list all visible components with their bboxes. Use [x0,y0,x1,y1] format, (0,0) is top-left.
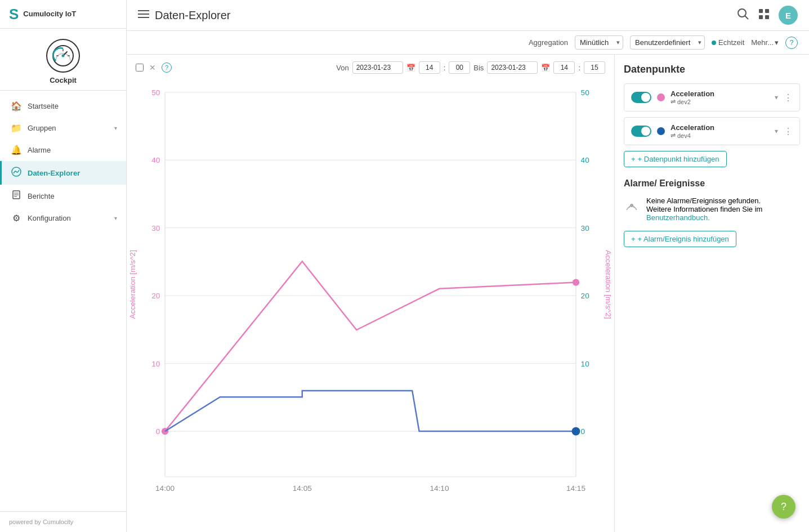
time-colon-1: : [444,64,446,72]
folder-icon: 📁 [11,123,22,133]
dp2-device-label: dev4 [677,132,691,139]
alarm-not-found-text: Keine Alarme/Ereignisse gefunden. [646,196,800,205]
benutzerdefiniert-select[interactable]: Benutzerdefiniert [630,35,705,50]
dp1-menu-icon[interactable]: ⋮ [784,92,793,103]
datapoint-item-2: Acceleration ⇌ dev4 ▾ ⋮ [624,117,800,145]
svg-text:14:15: 14:15 [566,484,585,493]
sidebar-label-daten-explorer: Daten-Explorer [28,169,117,177]
page-title: Daten-Explorer [155,9,231,22]
sidebar-item-daten-explorer[interactable]: Daten-Explorer [0,161,126,185]
main-content: Daten-Explorer E Aggregation [127,0,809,532]
svg-text:30: 30 [151,224,160,233]
sidebar-label-startseite: Startseite [28,102,117,110]
aggregation-select-wrap[interactable]: Minütlich [575,35,623,50]
add-datapoint-label: + Datenpunkt hinzufügen [638,155,719,163]
svg-text:0: 0 [156,427,160,436]
svg-rect-16 [759,9,763,13]
calendar-to-icon[interactable]: 📅 [541,64,550,72]
time-to-h-input[interactable] [553,61,575,74]
gear-icon: ⚙ [11,213,22,223]
chart-checkbox[interactable] [136,64,144,71]
benutzerhandbuch-link[interactable]: Benutzerhandbuch. [646,213,710,222]
mehr-button[interactable]: Mehr... ▾ [751,38,779,47]
topbar-right: E [737,6,798,25]
svg-text:50: 50 [151,88,160,97]
device-icon-2: ⇌ [671,132,676,139]
date-controls: Von 📅 : Bis 📅 : [336,61,605,74]
alarm-info-prefix: Weitere Informationen finden Sie im [646,205,762,213]
time-to-m-input[interactable] [584,61,605,74]
echtzeit-indicator: Echtzeit [712,38,744,47]
date-to-input[interactable] [487,61,538,74]
menu-lines-icon [138,10,149,21]
sidebar-item-gruppen[interactable]: 📁 Gruppen ▾ [0,117,126,139]
datapoint-info-1: Acceleration ⇌ dev2 [671,90,769,105]
svg-text:30: 30 [581,224,590,233]
content-area: ✕ ? Von 📅 : Bis 📅 : [127,55,809,532]
alarm-empty-section: Keine Alarme/Ereignisse gefunden. Weiter… [624,196,800,222]
sidebar-logo-section: Cockpit [0,29,126,91]
svg-rect-19 [765,15,769,19]
svg-text:14:10: 14:10 [430,484,449,493]
sidebar-label-alarme: Alarme [28,146,117,154]
topbar-left: Daten-Explorer [138,9,231,22]
echtzeit-dot [712,41,716,45]
svg-text:Acceleration [m/s^2]: Acceleration [m/s^2] [128,250,137,319]
svg-text:40: 40 [581,156,590,164]
chart-help-icon[interactable]: ? [162,62,172,73]
dp2-chevron-icon[interactable]: ▾ [775,127,778,135]
benutzerdefiniert-select-wrap[interactable]: Benutzerdefiniert [630,35,705,50]
color-dot-dp1 [657,93,665,101]
date-from-input[interactable] [352,61,403,74]
cockpit-label: Cockpit [50,76,77,84]
help-icon[interactable]: ? [785,37,798,49]
brand-name: Cumulocity IoT [23,10,76,19]
floating-help-button[interactable]: ? [772,495,795,518]
dp2-menu-icon[interactable]: ⋮ [784,126,793,137]
dp2-name: Acceleration [671,123,769,132]
datenpunkte-title: Datenpunkte [624,64,800,75]
bell-icon: 🔔 [11,145,22,155]
svg-text:20: 20 [581,292,590,300]
chevron-down-icon-2: ▾ [114,215,117,221]
svg-point-14 [738,9,746,17]
svg-text:10: 10 [581,360,590,368]
grid-icon[interactable] [758,8,770,23]
sidebar-label-berichte: Berichte [28,192,117,200]
time-from-m-input[interactable] [449,61,470,74]
sidebar-item-alarme[interactable]: 🔔 Alarme [0,139,126,161]
sidebar-item-konfiguration[interactable]: ⚙ Konfiguration ▾ [0,207,126,229]
time-from-h-input[interactable] [419,61,440,74]
svg-point-48 [573,279,579,285]
right-panel: Datenpunkte Acceleration ⇌ dev2 ▾ ⋮ [615,55,809,532]
add-alarm-button[interactable]: + + Alarm/Ereignis hinzufügen [624,231,736,247]
dp1-device: ⇌ dev2 [671,98,769,105]
sidebar: S Cumulocity IoT Cockpit [0,0,127,532]
dp1-chevron-icon[interactable]: ▾ [775,93,778,101]
svg-rect-17 [765,9,769,13]
toggle-dp2[interactable] [631,126,651,137]
svg-point-50 [572,427,580,436]
avatar[interactable]: E [779,6,798,25]
sidebar-label-konfiguration: Konfiguration [28,214,114,222]
add-datapoint-button[interactable]: + + Datenpunkt hinzufügen [624,151,727,167]
calendar-from-icon[interactable]: 📅 [406,64,415,72]
svg-text:10: 10 [151,360,160,368]
sidebar-item-berichte[interactable]: Berichte [0,185,126,207]
svg-text:14:00: 14:00 [155,484,175,493]
x-icon[interactable]: ✕ [149,63,156,72]
aggregation-label: Aggregation [529,38,568,47]
dp2-device: ⇌ dev4 [671,132,769,139]
chart-wrapper: 50 40 30 20 10 0 50 40 30 20 10 0 14:00 [127,78,614,532]
svg-text:20: 20 [151,292,160,300]
search-icon[interactable] [737,8,749,23]
alarm-empty-text-block: Keine Alarme/Ereignisse gefunden. Weiter… [646,196,800,222]
toggle-dp1[interactable] [631,92,651,103]
chart-icon [11,167,22,179]
svg-point-47 [162,428,168,435]
controls-bar: Aggregation Minütlich Benutzerdefiniert … [127,31,809,55]
sidebar-item-startseite[interactable]: 🏠 Startseite [0,95,126,117]
aggregation-select[interactable]: Minütlich [575,35,623,50]
sidebar-nav: 🏠 Startseite 📁 Gruppen ▾ 🔔 Alarme Daten-… [0,91,126,511]
device-icon-1: ⇌ [671,98,676,105]
